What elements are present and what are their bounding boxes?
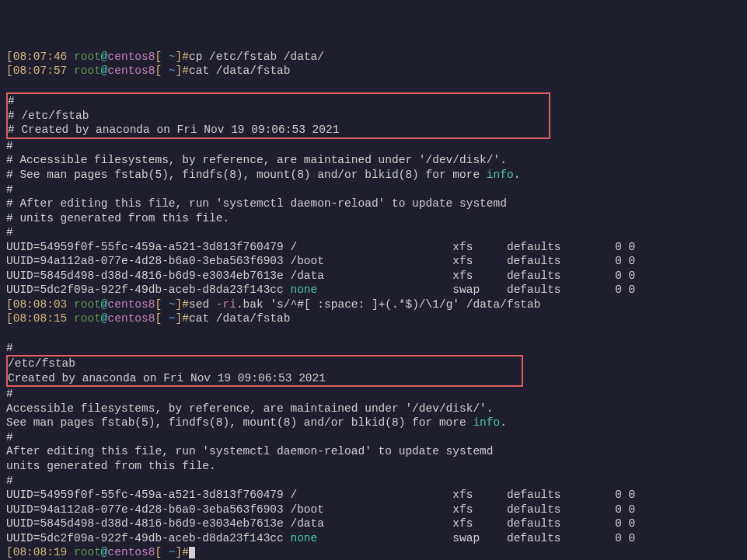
fstab-row: UUID=5845d498-d38d-4816-b6d9-e3034eb7613… <box>6 517 635 530</box>
cursor[interactable] <box>189 547 195 558</box>
fstab-row: UUID=54959f0f-55fc-459a-a521-3d813f76047… <box>6 241 635 253</box>
comment-line: # After editing this file, run 'systemct… <box>6 197 507 210</box>
terminal-output: [08:07:46 root@centos8[ ~]#cp /etc/fstab… <box>6 50 741 560</box>
fstab-row: UUID=5dc2f09a-922f-49db-aceb-d8da23f143c… <box>6 283 635 296</box>
comment-line: # Accessible filesystems, by reference, … <box>6 154 507 166</box>
output-line: See man pages fstab(5), findfs(8), mount… <box>6 416 507 429</box>
comment-line: # Created by anaconda on Fri Nov 19 09:0… <box>8 123 339 136</box>
output-line: Accessible filesystems, by reference, ar… <box>6 402 494 415</box>
comment-line: # <box>6 183 13 196</box>
comment-line: # <box>6 226 13 238</box>
comment-line: # units generated from this file. <box>6 212 229 224</box>
output-line: /etc/fstab <box>8 357 75 370</box>
prompt-line: [08:08:15 root@centos8[ ~]#cat /data/fst… <box>6 312 291 325</box>
fstab-row: UUID=54959f0f-55fc-459a-a521-3d813f76047… <box>6 489 635 501</box>
output-line: units generated from this file. <box>6 460 216 472</box>
command-text: sed -ri.bak 's/^#[ :space: ]+(.*$)/\1/g'… <box>189 298 541 311</box>
prompt-line: [08:07:57 root@centos8[ ~]#cat /data/fst… <box>6 64 291 77</box>
command-text: cp /etc/fstab /data/ <box>189 50 324 63</box>
comment-line: # See man pages fstab(5), findfs(8), mou… <box>6 169 520 181</box>
highlight-box-1: # # /etc/fstab # Created by anaconda on … <box>6 92 550 139</box>
comment-line: # <box>6 431 13 443</box>
info-link: info <box>487 169 514 181</box>
highlight-box-2: /etc/fstab Created by anaconda on Fri No… <box>6 355 523 387</box>
output-line: After editing this file, run 'systemctl … <box>6 445 494 457</box>
fstab-row: UUID=5845d498-d38d-4816-b6d9-e3034eb7613… <box>6 270 635 282</box>
prompt-line[interactable]: [08:08:19 root@centos8[ ~]# <box>6 546 195 558</box>
fstab-row: UUID=5dc2f09a-922f-49db-aceb-d8da23f143c… <box>6 532 635 544</box>
comment-line: # /etc/fstab <box>8 110 89 122</box>
comment-line: # <box>6 342 13 354</box>
command-text: cat /data/fstab <box>189 312 291 325</box>
command-text: cat /data/fstab <box>189 64 291 77</box>
prompt-line: [08:08:03 root@centos8[ ~]#sed -ri.bak '… <box>6 298 540 311</box>
prompt-line: [08:07:46 root@centos8[ ~]#cp /etc/fstab… <box>6 50 324 63</box>
fstab-row: UUID=94a112a8-077e-4d28-b6a0-3eba563f690… <box>6 503 635 516</box>
fstab-row: UUID=94a112a8-077e-4d28-b6a0-3eba563f690… <box>6 255 635 267</box>
info-link: info <box>473 416 500 429</box>
comment-line: # <box>6 475 13 487</box>
output-line: Created by anaconda on Fri Nov 19 09:06:… <box>8 372 326 384</box>
comment-line: # <box>6 140 13 152</box>
comment-line: # <box>8 95 15 107</box>
comment-line: # <box>6 388 13 400</box>
